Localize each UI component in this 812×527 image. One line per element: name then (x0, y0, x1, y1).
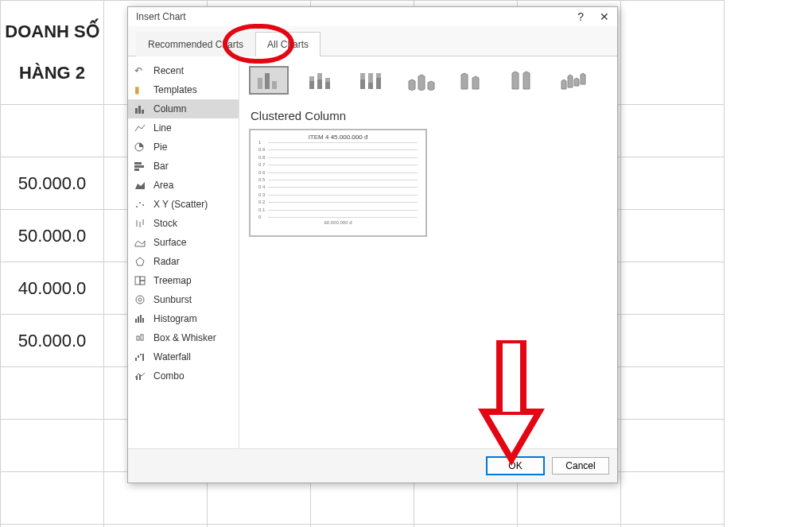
type-surface[interactable]: Surface (128, 233, 239, 252)
svg-rect-2 (142, 110, 144, 114)
sunburst-icon (134, 295, 147, 304)
svg-rect-39 (325, 78, 330, 82)
ok-button[interactable]: OK (487, 457, 544, 475)
insert-chart-dialog: Insert Chart ? ✕ Recommended Charts All … (127, 6, 618, 483)
svg-marker-14 (136, 258, 144, 265)
preview-title: ITEM 4 45.000.000 đ (254, 134, 422, 141)
type-waterfall[interactable]: Waterfall (128, 347, 239, 366)
svg-rect-44 (368, 83, 373, 89)
svg-rect-21 (138, 316, 139, 323)
preview-grid: 1 0.9 0.8 0.7 0.6 0.5 0.4 0.3 0.2 0.1 0 (258, 142, 418, 217)
svg-marker-51 (472, 76, 479, 89)
cancel-button[interactable]: Cancel (552, 457, 609, 475)
type-line[interactable]: Line (128, 118, 239, 138)
type-histogram[interactable]: Histogram (128, 309, 239, 328)
type-bar[interactable]: Bar (128, 157, 239, 176)
bar-icon (134, 161, 147, 171)
help-icon[interactable]: ? (577, 10, 584, 23)
type-label: Surface (153, 237, 186, 248)
ytick: 0.5 (258, 177, 265, 182)
type-column[interactable]: Column (128, 99, 239, 118)
type-label: Sunburst (153, 294, 192, 305)
type-templates[interactable]: ▮Templates (128, 80, 239, 99)
cell-a5[interactable]: 40.000.0 (1, 262, 104, 315)
svg-marker-50 (461, 73, 468, 89)
subtype-3d-column[interactable] (554, 66, 594, 95)
svg-rect-29 (142, 354, 144, 361)
svg-point-19 (138, 298, 142, 301)
svg-rect-0 (135, 108, 138, 114)
column-subtype-row (249, 66, 608, 95)
svg-rect-41 (360, 73, 365, 79)
chart-type-list: ↶Recent ▮Templates Column Line Pie Bar A… (128, 56, 239, 448)
svg-marker-49 (428, 81, 434, 91)
type-sunburst[interactable]: Sunburst (128, 290, 239, 309)
svg-point-10 (142, 204, 144, 206)
type-stock[interactable]: Stock (128, 214, 239, 233)
treemap-icon (134, 276, 147, 285)
subtype-3d-clustered-column[interactable] (402, 66, 441, 95)
svg-rect-22 (140, 315, 142, 323)
preview-footer: 60.000.000 đ (254, 220, 422, 225)
templates-icon: ▮ (134, 84, 147, 95)
type-radar[interactable]: Radar (128, 252, 239, 271)
type-pie[interactable]: Pie (128, 138, 239, 157)
combo-icon (134, 371, 147, 381)
type-label: Area (153, 180, 173, 191)
column-icon (134, 104, 147, 114)
type-recent[interactable]: ↶Recent (128, 61, 239, 80)
subtype-3d-stacked-column[interactable] (453, 66, 492, 95)
svg-rect-43 (368, 73, 373, 83)
ytick: 0.2 (258, 200, 265, 204)
tab-all-charts[interactable]: All Charts (255, 32, 321, 56)
svg-rect-5 (134, 165, 144, 168)
type-area[interactable]: Area (128, 176, 239, 195)
svg-rect-15 (135, 277, 140, 285)
ytick: 0 (258, 215, 261, 219)
svg-rect-1 (138, 106, 141, 114)
subtype-clustered-column[interactable] (249, 66, 289, 95)
ytick: 0.7 (258, 162, 265, 167)
tab-recommended-charts[interactable]: Recommended Charts (136, 32, 255, 56)
svg-marker-53 (523, 72, 530, 89)
type-scatter[interactable]: X Y (Scatter) (128, 195, 239, 214)
area-icon (134, 180, 147, 190)
ytick: 0.4 (258, 184, 265, 189)
cell-a6[interactable]: 50.000.0 (1, 315, 104, 367)
subtype-100-stacked-column[interactable] (351, 66, 390, 95)
svg-rect-20 (135, 319, 137, 323)
svg-rect-28 (140, 354, 142, 355)
chart-preview[interactable]: ITEM 4 45.000.000 đ 1 0.9 0.8 0.7 0.6 0.… (249, 129, 427, 237)
svg-point-18 (136, 296, 144, 304)
dialog-title: Insert Chart (136, 11, 186, 22)
svg-rect-24 (137, 336, 139, 340)
type-label: Templates (153, 84, 197, 95)
svg-rect-45 (376, 73, 381, 78)
svg-rect-36 (309, 81, 314, 89)
ytick: 0.3 (258, 192, 265, 197)
svg-marker-55 (568, 75, 573, 87)
svg-rect-17 (140, 281, 145, 285)
subtype-heading: Clustered Column (251, 109, 608, 122)
line-icon (134, 123, 147, 133)
ytick: 1 (258, 140, 261, 145)
svg-rect-38 (317, 79, 322, 89)
type-label: Bar (153, 161, 169, 172)
type-combo[interactable]: Combo (128, 366, 239, 386)
svg-marker-54 (561, 79, 566, 89)
type-label: Column (153, 103, 186, 114)
close-icon[interactable]: ✕ (600, 10, 609, 23)
svg-rect-35 (309, 76, 314, 81)
svg-marker-7 (135, 182, 145, 189)
cell-a3[interactable]: 50.000.0 (1, 157, 104, 210)
type-label: Waterfall (153, 351, 191, 362)
subtype-3d-100-stacked-column[interactable] (503, 66, 543, 95)
subtype-stacked-column[interactable] (300, 66, 340, 95)
type-label: Pie (153, 141, 167, 153)
svg-rect-16 (140, 277, 145, 281)
type-box-whisker[interactable]: Box & Whisker (128, 328, 239, 347)
scatter-icon (134, 200, 147, 209)
cell-a4[interactable]: 50.000.0 (1, 210, 104, 262)
type-treemap[interactable]: Treemap (128, 271, 239, 290)
pie-icon (134, 142, 147, 152)
